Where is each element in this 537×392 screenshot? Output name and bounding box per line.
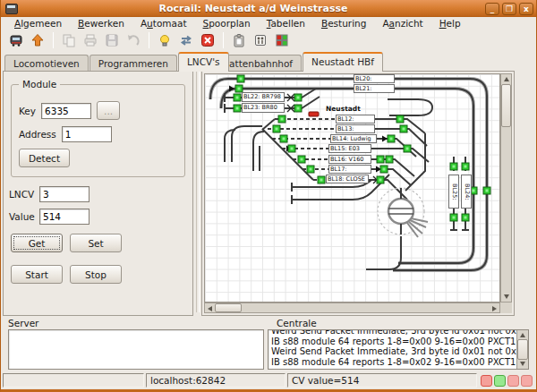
led-pink1 xyxy=(507,375,519,387)
browse-button[interactable]: ... xyxy=(97,101,120,120)
sensor-light xyxy=(379,158,382,161)
plan-hscrollbar[interactable] xyxy=(204,303,500,313)
block-label[interactable]: BL22: BR798 xyxy=(242,92,285,102)
tab-lncv-s[interactable]: LNCV's xyxy=(178,52,229,72)
sensor-light xyxy=(465,166,467,168)
menu-bewerken[interactable]: Bewerken xyxy=(70,18,132,29)
tab-neustadt-hbf[interactable]: Neustadt HBf xyxy=(303,52,383,72)
interface-icon[interactable] xyxy=(251,30,270,50)
centrale-scrollbar[interactable] xyxy=(516,330,528,369)
toolbar-separator xyxy=(53,32,54,48)
lncv-label: LNCV xyxy=(9,189,34,200)
block-label[interactable]: BL16: V160 xyxy=(328,155,371,164)
server-log[interactable] xyxy=(8,329,264,370)
block-label[interactable]: BL20: xyxy=(354,74,395,83)
sensor-light xyxy=(486,190,489,192)
paste-icon[interactable] xyxy=(229,30,249,50)
sensor-light xyxy=(310,168,312,171)
minimize-button[interactable]: _ xyxy=(485,3,499,15)
module-group: Module Key ... Address Detect xyxy=(11,79,185,177)
station-name-label: Neustadt xyxy=(326,105,361,113)
scroll-up-icon[interactable] xyxy=(520,333,525,337)
pane-splitter[interactable] xyxy=(193,52,201,316)
sensor-light xyxy=(453,217,456,219)
start-button[interactable]: Start xyxy=(11,265,63,284)
sensor-light xyxy=(283,138,286,141)
key-label: Key xyxy=(19,106,36,116)
block-label[interactable]: BL23: BR80 xyxy=(242,103,285,113)
toolbar xyxy=(1,29,536,52)
title-bar[interactable]: Rocrail: Neustadt a/d Weinstrasse _ ❐ x xyxy=(1,0,536,17)
block-label[interactable]: BL15: E03 xyxy=(328,144,371,153)
menu-help[interactable]: Help xyxy=(431,18,469,29)
block-label[interactable]: BL25: xyxy=(448,175,459,209)
scroll-left-icon[interactable] xyxy=(208,306,212,311)
track-plan[interactable]: BL20:BL21:BL22: BR798BL23: BR80BL12:BL13… xyxy=(204,73,500,303)
menu-algemeen[interactable]: Algemeen xyxy=(6,18,70,29)
tab-locomotieven[interactable]: Locomotieven xyxy=(4,55,89,72)
sensor-light xyxy=(403,128,405,131)
log-line: Weird Send Packet Immediate, 3rd byte id… xyxy=(271,329,514,337)
block-label[interactable]: BL21: xyxy=(354,84,395,93)
centrale-log[interactable]: Weird Send Packet Immediate, 3rd byte id… xyxy=(268,329,529,370)
block-label[interactable]: BL24: xyxy=(461,175,472,209)
status-bar: localhost:62842 CV value=514 xyxy=(1,371,536,389)
colors-icon[interactable] xyxy=(272,30,292,50)
scroll-up-icon[interactable] xyxy=(504,77,509,81)
server-pane-label: Server xyxy=(8,318,264,329)
sensor-light xyxy=(281,118,284,121)
stop-button[interactable]: Stop xyxy=(70,265,122,284)
block-label[interactable]: BL12: xyxy=(336,115,375,124)
sensor-light xyxy=(383,168,386,171)
vscroll-thumb[interactable] xyxy=(501,84,511,127)
red-signal-icon[interactable] xyxy=(309,112,319,116)
address-label: Address xyxy=(19,129,56,140)
close-button[interactable]: x xyxy=(519,3,533,15)
train-icon[interactable] xyxy=(6,30,26,50)
block-label[interactable]: BL14: Ludwig xyxy=(330,134,377,143)
menu-aanzicht[interactable]: Aanzicht xyxy=(374,18,430,29)
lncv-input[interactable] xyxy=(39,186,90,202)
right-tab-strip: SchattenbahnhofNeustadt HBf xyxy=(201,52,515,72)
key-input[interactable] xyxy=(41,103,91,119)
print-icon xyxy=(81,30,100,50)
scroll-right-icon[interactable] xyxy=(492,306,497,311)
scroll-down-icon[interactable] xyxy=(520,362,525,366)
scroll-down-icon[interactable] xyxy=(504,294,509,299)
tab-programmeren[interactable]: Programmeren xyxy=(90,55,177,72)
menu-tabellen[interactable]: Tabellen xyxy=(259,18,313,29)
stop-icon[interactable] xyxy=(198,30,217,50)
detect-button[interactable]: Detect xyxy=(19,149,70,167)
sensor-light xyxy=(379,179,382,182)
menu-besturing[interactable]: Besturing xyxy=(313,18,374,29)
plan-vscrollbar[interactable] xyxy=(500,73,512,303)
maximize-button[interactable]: ❐ xyxy=(502,3,516,15)
upload-icon[interactable] xyxy=(28,30,47,50)
window-title: Rocrail: Neustadt a/d Weinstrasse xyxy=(21,3,485,14)
value-input[interactable] xyxy=(39,209,90,225)
block-label[interactable]: BL17: xyxy=(328,165,371,174)
undo-icon xyxy=(124,30,143,50)
centrale-pane-label: Centrale xyxy=(268,318,529,329)
hscroll-thumb[interactable] xyxy=(215,303,242,312)
sensor-light xyxy=(320,179,323,182)
lamp-icon[interactable] xyxy=(155,30,175,50)
block-label[interactable]: BL18: CLOSE xyxy=(326,175,369,183)
module-group-legend: Module xyxy=(19,79,60,89)
address-input[interactable] xyxy=(62,126,112,142)
set-button[interactable]: Set xyxy=(70,234,122,252)
save-icon xyxy=(102,30,122,50)
menu-automaat[interactable]: Automaat xyxy=(132,18,195,29)
led-pink2 xyxy=(521,375,533,387)
sensor-light xyxy=(236,97,239,99)
sensor-light xyxy=(453,166,456,168)
sensor-light xyxy=(236,107,239,110)
sensor-light xyxy=(465,217,467,219)
sync-icon[interactable] xyxy=(176,30,196,50)
menu-spoorplan[interactable]: Spoorplan xyxy=(195,18,259,29)
block-label[interactable]: BL13: xyxy=(336,124,375,133)
sensor-light xyxy=(390,138,393,141)
status-leds xyxy=(479,373,534,388)
centrale-scroll-thumb[interactable] xyxy=(517,339,528,360)
get-button[interactable]: Get xyxy=(11,234,63,252)
